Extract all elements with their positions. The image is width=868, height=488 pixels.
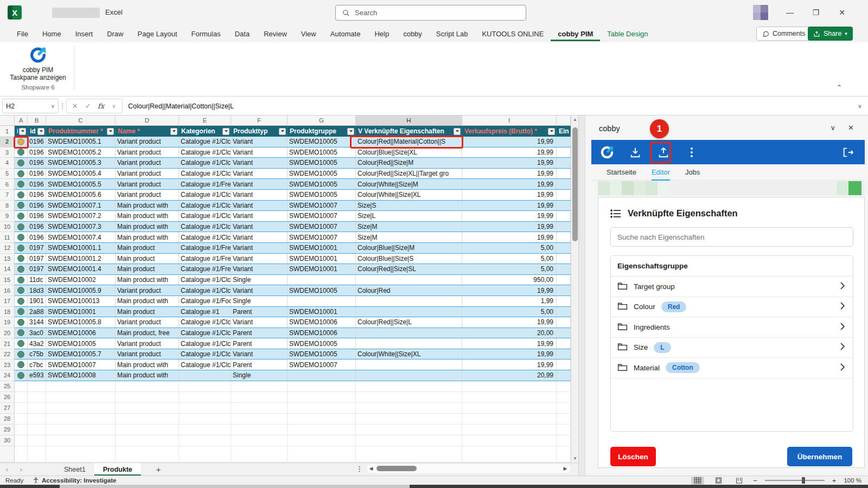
cell-kategorien[interactable]: Catalogue #1/Fre	[179, 243, 231, 253]
cell-id[interactable]: 2a88	[28, 307, 46, 317]
empty-cell[interactable]	[231, 414, 288, 424]
row-header-2[interactable]: 2	[0, 137, 15, 147]
cell-preis[interactable]: 5,00	[462, 243, 557, 253]
cell-eink[interactable]	[557, 338, 571, 349]
row-header-30[interactable]: 30	[0, 435, 15, 446]
cell-eigenschaften[interactable]: Colour|Red||Size|M	[356, 158, 462, 168]
empty-cell[interactable]	[46, 392, 116, 402]
empty-cell[interactable]	[15, 392, 28, 402]
cell-kategorien[interactable]: Catalogue #1/Clc	[179, 359, 231, 370]
cell-produkttyp[interactable]: Variant	[231, 243, 288, 253]
empty-cell[interactable]	[462, 381, 557, 391]
empty-cell[interactable]	[116, 414, 179, 424]
cell-name[interactable]: Main product with	[116, 232, 179, 242]
sheet-nav-right-icon[interactable]: ›	[14, 465, 28, 473]
cell-preis[interactable]: 19,99	[462, 179, 557, 189]
cell-eink[interactable]	[557, 147, 571, 158]
cell-name[interactable]: Main product with	[116, 211, 179, 221]
cell-eink[interactable]	[557, 275, 571, 285]
cell-produktnummer[interactable]: SWDEMO10007	[46, 359, 116, 370]
property-row-target-group[interactable]: Target group	[611, 277, 853, 297]
empty-cell[interactable]	[231, 425, 288, 435]
property-row-size[interactable]: SizeL	[611, 338, 853, 358]
cell-eigenschaften[interactable]	[356, 275, 462, 285]
empty-cell[interactable]	[179, 435, 231, 446]
more-options-icon[interactable]	[684, 144, 700, 160]
table-header-produktgruppe[interactable]: Produktgruppe	[288, 126, 356, 137]
cell-preis[interactable]: 19,99	[462, 137, 557, 147]
ribbon-tab-view[interactable]: View	[294, 27, 323, 41]
cell-eink[interactable]	[557, 264, 571, 274]
cell-produktgruppe[interactable]: SWDEMO10005	[288, 190, 356, 200]
formula-bar-expand-icon[interactable]: ∨	[852, 97, 868, 115]
cell-produktnummer[interactable]: SWDEMO10006	[46, 328, 116, 338]
cell-preis[interactable]: 19,99	[462, 190, 557, 200]
cell-produktgruppe[interactable]: SWDEMO10006	[288, 328, 356, 338]
cell-name[interactable]: Variant product	[116, 179, 179, 189]
empty-cell[interactable]	[28, 425, 46, 435]
cell-eink[interactable]	[557, 349, 571, 359]
row-header-6[interactable]: 6	[0, 179, 15, 190]
cell-eigenschaften[interactable]: Size|M	[356, 222, 462, 232]
empty-cell[interactable]	[28, 381, 46, 391]
cell-produktnummer[interactable]: SWDEMO10005.7	[46, 349, 116, 359]
cell-produkttyp[interactable]: Parent	[231, 328, 288, 338]
cell-eigenschaften[interactable]	[356, 338, 462, 349]
cell-eink[interactable]	[557, 254, 571, 264]
accessibility-status[interactable]: Accessibility: Investigate	[42, 477, 116, 484]
apply-button[interactable]: Übernehmen	[787, 447, 852, 466]
column-header-F[interactable]: F	[231, 115, 288, 126]
cell-produktgruppe[interactable]	[288, 275, 356, 285]
cell-produkttyp[interactable]: Variant	[231, 285, 288, 296]
row-header-11[interactable]: 11	[0, 232, 15, 243]
empty-cell[interactable]	[179, 381, 231, 391]
row-header-15[interactable]: 15	[0, 275, 15, 286]
name-box[interactable]: H2 ∨	[2, 99, 59, 113]
row-header-25[interactable]: 25	[0, 381, 15, 392]
share-button[interactable]: Share ▾	[808, 27, 853, 41]
cell-produktgruppe[interactable]: SWDEMO10005	[288, 338, 356, 349]
cell-eigenschaften[interactable]: Colour|Red||Size|XL||Target gro	[356, 169, 462, 179]
cell-kategorien[interactable]: Catalogue #1/Clc	[179, 338, 231, 349]
cell-produktnummer[interactable]: SWDEMO10005.5	[46, 179, 116, 189]
zoom-in-icon[interactable]: +	[832, 477, 837, 485]
function-caret-icon[interactable]: ∨	[108, 100, 120, 112]
empty-cell[interactable]	[46, 446, 116, 462]
cell-name[interactable]: Variant product	[116, 190, 179, 200]
cell-produkttyp[interactable]: Variant	[231, 254, 288, 264]
cell-status[interactable]	[15, 243, 28, 253]
cell-produkttyp[interactable]: Variant	[231, 190, 288, 200]
cell-eigenschaften[interactable]: Size|L	[356, 211, 462, 221]
cell-eigenschaften[interactable]: Colour|Blue||Size|XL	[356, 147, 462, 158]
empty-cell[interactable]	[356, 392, 462, 402]
cell-produktnummer[interactable]: SWDEMO10001.4	[46, 264, 116, 274]
cell-eink[interactable]	[557, 179, 571, 189]
cell-produkttyp[interactable]: Variant	[231, 179, 288, 189]
cell-preis[interactable]: 1,99	[462, 296, 557, 306]
property-search-input[interactable]	[610, 227, 853, 247]
empty-cell[interactable]	[28, 435, 46, 446]
ribbon-tab-cobby-pim[interactable]: cobby PIM	[551, 27, 600, 41]
cell-eink[interactable]	[557, 169, 571, 179]
cell-eink[interactable]	[557, 222, 571, 232]
cell-kategorien[interactable]: Catalogue #1/Fre	[179, 264, 231, 274]
table-header-v-verkn-pfte-eigenschaften[interactable]: V Verknüpfte Eigenschaften	[356, 126, 462, 137]
table-header-eink[interactable]: Eink	[557, 126, 571, 137]
cell-status[interactable]	[15, 296, 28, 306]
cell-produktgruppe[interactable]: SWDEMO10005	[288, 349, 356, 359]
cell-kategorien[interactable]: Catalogue #1/Foc	[179, 296, 231, 306]
cell-status[interactable]	[15, 359, 28, 370]
empty-cell[interactable]	[356, 435, 462, 446]
cell-produktnummer[interactable]: SWDEMO10007.3	[46, 222, 116, 232]
cell-eink[interactable]	[557, 359, 571, 370]
cell-kategorien[interactable]: Catalogue #1/Fre	[179, 254, 231, 264]
row-header-18[interactable]: 18	[0, 307, 15, 318]
cell-produkttyp[interactable]: Variant	[231, 317, 288, 328]
cell-name[interactable]: Main product	[116, 254, 179, 264]
empty-cell[interactable]	[462, 414, 557, 424]
taskpane-close-icon[interactable]: ✕	[848, 124, 854, 132]
empty-cell[interactable]	[462, 403, 557, 413]
empty-cell[interactable]	[116, 425, 179, 435]
cell-preis[interactable]: 5,00	[462, 254, 557, 264]
cell-id[interactable]: 18d3	[28, 285, 46, 296]
